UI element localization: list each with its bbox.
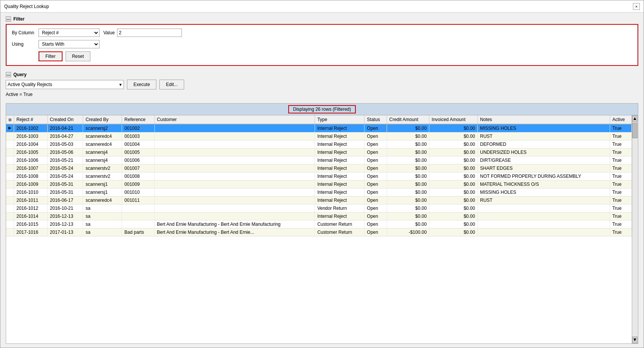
filter-button[interactable]: Filter <box>39 51 63 61</box>
grid-area: Displaying 26 rows (Filtered) ⊞ Reject #… <box>6 103 638 344</box>
col-reject-num[interactable]: Reject # <box>14 115 48 124</box>
row-indicator <box>6 212 14 220</box>
cell-type: Internal Reject <box>315 140 365 148</box>
cell-notes: RUST <box>477 132 610 140</box>
cell-reference: 001002 <box>122 124 154 132</box>
by-column-select[interactable]: Reject # Created On Created By Reference… <box>39 29 100 37</box>
cell-created-on: 2016-05-06 <box>47 148 83 156</box>
col-credit[interactable]: Credit Amount <box>387 115 429 124</box>
cell-customer <box>154 156 315 164</box>
grid-icon: ⊞ <box>8 118 11 122</box>
cell-status: Open <box>365 220 387 228</box>
table-row[interactable]: 2016-10082016-05-24scannerstv2001008Inte… <box>6 172 632 180</box>
cell-created-on: 2016-10-21 <box>47 204 83 212</box>
filter-value-input[interactable] <box>117 29 182 37</box>
filter-section-header: — Filter <box>6 16 638 22</box>
col-type[interactable]: Type <box>315 115 365 124</box>
scroll-down-btn[interactable]: ▼ <box>632 337 638 343</box>
cell-reference: 001011 <box>122 196 154 204</box>
row-indicator <box>6 188 14 196</box>
title-bar: Quality Reject Lookup × <box>0 0 644 13</box>
col-customer[interactable]: Customer <box>154 115 315 124</box>
cell-notes: DEFORMED <box>477 140 610 148</box>
query-section-header: — Query <box>6 72 638 77</box>
table-wrapper[interactable]: ⊞ Reject # Created On Created By Referen… <box>6 115 632 343</box>
cell-reference <box>122 204 154 212</box>
cell-invoiced: $0.00 <box>429 220 478 228</box>
filter-box: By Column Reject # Created On Created By… <box>6 24 638 66</box>
col-active[interactable]: Active <box>610 115 631 124</box>
cell-reference: 001005 <box>122 148 154 156</box>
cell-credit: $0.00 <box>387 132 429 140</box>
cell-invoiced: $0.00 <box>429 172 478 180</box>
cell-reference: 001008 <box>122 172 154 180</box>
cell-credit: $0.00 <box>387 156 429 164</box>
cell-created-on: 2016-04-21 <box>47 124 83 132</box>
cell-notes: MISSING HOLES <box>477 188 610 196</box>
cell-notes <box>477 228 610 236</box>
col-notes[interactable]: Notes <box>477 115 610 124</box>
col-reference[interactable]: Reference <box>122 115 154 124</box>
cell-status: Open <box>365 172 387 180</box>
table-row[interactable]: 2016-10092016-05-31scannersj1001009Inter… <box>6 180 632 188</box>
close-button[interactable]: × <box>633 3 640 10</box>
cell-invoiced: $0.00 <box>429 196 478 204</box>
cell-customer <box>154 172 315 180</box>
table-row[interactable]: 2016-10102016-05-31scannersj1001010Inter… <box>6 188 632 196</box>
scroll-thumb[interactable] <box>632 123 638 138</box>
table-row[interactable]: 2016-10072016-05-24scannerstv2001007Inte… <box>6 164 632 172</box>
reset-button[interactable]: Reset <box>66 51 90 61</box>
cell-reject: 2016-1014 <box>14 212 48 220</box>
cell-created-by: scannerstv2 <box>83 172 122 180</box>
filter-collapse-btn[interactable]: — <box>6 16 11 22</box>
cell-created-by: sa <box>83 228 122 236</box>
query-collapse-btn[interactable]: — <box>6 72 11 77</box>
table-row[interactable]: 2016-10122016-10-21saVendor ReturnOpen$0… <box>6 204 632 212</box>
filter-using-row: Using Starts With Contains Equals Ends W… <box>12 40 632 48</box>
cell-type: Internal Reject <box>315 196 365 204</box>
cell-active: True <box>610 164 631 172</box>
table-row[interactable]: ▶2016-10022016-04-21scannersj2001002Inte… <box>6 124 632 132</box>
cell-type: Internal Reject <box>315 148 365 156</box>
table-row[interactable]: 2016-10052016-05-06scannersj4001005Inter… <box>6 148 632 156</box>
cell-credit: $0.00 <box>387 188 429 196</box>
col-created-on[interactable]: Created On <box>47 115 83 124</box>
table-row[interactable]: 2017-10162017-01-13saBad partsBert And E… <box>6 228 632 236</box>
col-indicator: ⊞ <box>6 115 14 124</box>
cell-notes: UNDERSIZED HOLES <box>477 148 610 156</box>
cell-status: Open <box>365 156 387 164</box>
scroll-track[interactable] <box>632 122 638 337</box>
col-created-by[interactable]: Created By <box>83 115 122 124</box>
cell-reference: 001003 <box>122 132 154 140</box>
using-select[interactable]: Starts With Contains Equals Ends With <box>39 40 100 48</box>
vertical-scrollbar[interactable]: ▲ ▼ <box>632 115 638 343</box>
cell-active: True <box>610 148 631 156</box>
cell-credit: $0.00 <box>387 124 429 132</box>
cell-status: Open <box>365 180 387 188</box>
cell-reject: 2016-1002 <box>14 124 48 132</box>
cell-reference <box>122 220 154 228</box>
cell-type: Internal Reject <box>315 124 365 132</box>
cell-status: Open <box>365 164 387 172</box>
main-content: — Filter By Column Reject # Created On C… <box>0 13 644 348</box>
cell-reject: 2017-1016 <box>14 228 48 236</box>
scroll-up-btn[interactable]: ▲ <box>632 115 638 122</box>
using-label: Using <box>12 42 39 47</box>
col-invoiced[interactable]: Invoiced Amount <box>429 115 478 124</box>
table-row[interactable]: 2016-10042016-05-03scanneredc4001004Inte… <box>6 140 632 148</box>
filter-section-label: Filter <box>13 16 24 22</box>
table-row[interactable]: 2016-10032016-04-27scanneredc4001003Inte… <box>6 132 632 140</box>
query-section-label: Query <box>13 72 27 77</box>
table-row[interactable]: 2016-10062016-05-21scannersj4001006Inter… <box>6 156 632 164</box>
execute-button[interactable]: Execute <box>127 80 156 89</box>
table-row[interactable]: 2016-10112016-06-17scanneredc4001011Inte… <box>6 196 632 204</box>
col-status[interactable]: Status <box>365 115 387 124</box>
query-select[interactable]: Active Quality Rejects <box>6 80 124 89</box>
table-row[interactable]: 2016-10142016-12-13saInternal RejectOpen… <box>6 212 632 220</box>
edit-button[interactable]: Edit... <box>159 80 184 89</box>
cell-status: Open <box>365 204 387 212</box>
cell-created-by: scanneredc4 <box>83 140 122 148</box>
cell-notes: RUST <box>477 196 610 204</box>
table-row[interactable]: 2016-10152016-12-13saBert And Ernie Manu… <box>6 220 632 228</box>
grid-status-bar: Displaying 26 rows (Filtered) <box>6 104 638 115</box>
